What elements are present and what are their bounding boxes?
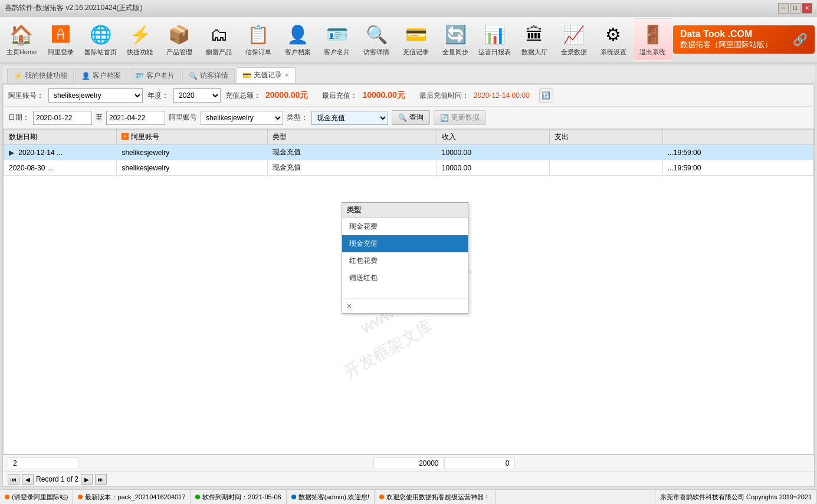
status-promo: 欢迎您使用数据拓客超级运营神器！ — [375, 490, 496, 504]
quick-tab-label: 我的快捷功能 — [25, 71, 67, 81]
year-select[interactable]: 2020 — [173, 88, 221, 103]
close-button[interactable]: ✕ — [802, 3, 812, 14]
dropdown-header: 类型 — [342, 203, 468, 218]
visit-tab-icon: 🔍 — [189, 72, 198, 80]
toolbar-window-product-label: 橱窗产品 — [206, 48, 232, 57]
search-bar: 日期： 至 阿里账号 shelikesjewelry 类型： 现金充值 🔍 查询 — [3, 106, 814, 129]
dropdown-item-cash-fee[interactable]: 现金花费 — [342, 218, 468, 235]
toolbar-ali-login-button[interactable]: 🅰 阿里登录 — [42, 18, 80, 61]
row2-income: 10000.00 — [437, 160, 549, 176]
toolbar-visit-detail-button[interactable]: 🔍 访客详情 — [357, 18, 396, 61]
type-select[interactable]: 现金充值 — [311, 111, 388, 125]
toolbar-visit-detail-label: 访客详情 — [363, 48, 389, 57]
toolbar-charge-record-button[interactable]: 💳 充值记录 — [397, 18, 435, 61]
search-button[interactable]: 🔍 查询 — [392, 110, 430, 125]
header-time — [662, 130, 813, 145]
dropdown-item-red-fee[interactable]: 红包花费 — [342, 252, 468, 269]
header-account: 🅰 阿里账号 — [117, 130, 267, 145]
total-count-cell: 2 — [8, 457, 78, 469]
tab-visit[interactable]: 🔍 访客详情 — [182, 68, 235, 83]
toolbar-data-hall-button[interactable]: 🏛 数据大厅 — [515, 18, 553, 61]
status-expire-icon — [195, 495, 200, 499]
dropdown-item-cash-charge[interactable]: 现金充值 — [342, 235, 468, 252]
toolbar-sys-settings-button[interactable]: ⚙ 系统设置 — [594, 18, 632, 61]
account-select[interactable]: shelikesjewelry — [48, 88, 143, 103]
dropdown-close-button[interactable]: × — [342, 298, 468, 313]
toolbar-exit-button[interactable]: 🚪 退出系统 — [634, 18, 672, 61]
toolbar-home-button[interactable]: 🏠 主页Home — [2, 18, 41, 61]
dropdown-item-red-gift[interactable]: 赠送红包 — [342, 269, 468, 286]
tab-quick[interactable]: ⚡ 我的快捷功能 — [7, 68, 74, 83]
account-label: 阿里账号： — [8, 91, 44, 101]
search-label: 查询 — [409, 113, 424, 123]
ali-logo-icon: 🅰 — [122, 133, 129, 141]
charge-table: 数据日期 🅰 阿里账号 类型 收入 支出 — [4, 129, 813, 176]
first-page-button[interactable]: ⏮ — [8, 474, 19, 485]
prev-page-button[interactable]: ◀ — [22, 474, 34, 485]
charge-tab-icon: 💳 — [242, 71, 251, 80]
row2-account: shelikesjewelry — [117, 160, 267, 176]
toolbar-customer-card-label: 客户名片 — [324, 48, 350, 57]
tab-customer[interactable]: 👤 客户档案 — [75, 68, 127, 83]
globe-icon: 🌐 — [88, 23, 112, 47]
date-to-input[interactable] — [106, 111, 165, 125]
toolbar-full-sync-button[interactable]: 🔄 全量同步 — [437, 18, 475, 61]
toolbar-daily-report-button[interactable]: 📊 运营日报表 — [476, 18, 514, 61]
brand-content: Data Took .COM 数据拓客（阿里国际站版） — [680, 29, 772, 50]
nav-bar: ⏮ ◀ Record 1 of 2 ▶ ⏭ — [3, 472, 814, 486]
status-login-text: (请登录阿里国际站) — [12, 493, 68, 502]
toolbar-credit-order-button[interactable]: 📋 信保订单 — [239, 18, 277, 61]
toolbar-quick-func-button[interactable]: ⚡ 快捷功能 — [121, 18, 159, 61]
title-bar: 喜鹊软件-数据拓客 v2.16.20210424(正式版) ─ □ ✕ — [0, 0, 817, 17]
date-from-input[interactable] — [33, 111, 92, 125]
last-page-button[interactable]: ⏭ — [95, 474, 107, 485]
status-version-text: 最新版本：pack_20210416204017 — [85, 493, 185, 502]
status-login[interactable]: (请登录阿里国际站) — [0, 490, 73, 504]
table-row[interactable]: 2020-08-30 ... shelikesjewelry 现金充值 1000… — [4, 160, 813, 176]
update-data-button[interactable]: 🔄 更新数据 — [434, 110, 486, 125]
toolbar-ali-login-label: 阿里登录 — [48, 48, 74, 57]
window-controls: ─ □ ✕ — [778, 3, 812, 14]
table-row[interactable]: ▶ 2020-12-14 ... shelikesjewelry 现金充值 10… — [4, 145, 813, 160]
full-data-icon: 📈 — [562, 23, 586, 47]
toolbar-customer-file-button[interactable]: 👤 客户档案 — [278, 18, 317, 61]
customer-tab-icon: 👤 — [81, 72, 90, 80]
type-label: 类型： — [287, 113, 308, 123]
minimize-button[interactable]: ─ — [778, 3, 789, 14]
brand-title: Data Took .COM — [680, 29, 772, 39]
row1-income: 10000.00 — [437, 145, 549, 160]
search-account-select[interactable]: shelikesjewelry — [201, 111, 283, 125]
toolbar-product-mgmt-button[interactable]: 📦 产品管理 — [160, 18, 199, 61]
header-date: 数据日期 — [4, 130, 117, 145]
toolbar-full-data-label: 全景数据 — [561, 48, 587, 57]
header-type: 类型 — [267, 130, 437, 145]
tab-card[interactable]: 🪪 客户名片 — [129, 68, 181, 83]
maximize-button[interactable]: □ — [790, 3, 800, 14]
toolbar-exit-label: 退出系统 — [639, 48, 665, 57]
bottom-data-bar: 2 20000 0 — [3, 454, 814, 472]
status-login-icon — [5, 495, 9, 499]
date-label: 日期： — [8, 113, 29, 123]
charge-tab-close[interactable]: ✕ — [284, 72, 289, 78]
data-hall-icon: 🏛 — [523, 23, 546, 47]
update-label: 更新数据 — [451, 113, 480, 123]
toolbar-full-data-button[interactable]: 📈 全景数据 — [554, 18, 593, 61]
customer-tab-label: 客户档案 — [93, 71, 121, 81]
tab-charge[interactable]: 💳 充值记录 ✕ — [236, 67, 296, 83]
customer-card-icon: 🪪 — [325, 23, 349, 47]
charge-record-icon: 💳 — [404, 23, 428, 47]
refresh-button[interactable]: 🔃 — [539, 88, 553, 103]
toolbar-window-product-button[interactable]: 🗂 橱窗产品 — [199, 18, 238, 61]
status-user: 数据拓客(admin),欢迎您! — [287, 490, 375, 504]
toolbar-customer-card-button[interactable]: 🪪 客户名片 — [318, 18, 356, 61]
total-charge-label: 充值总额： — [225, 91, 261, 101]
row2-expense — [550, 160, 662, 176]
update-icon: 🔄 — [440, 114, 449, 122]
status-user-icon — [291, 495, 296, 499]
last-charge-value: 10000.00元 — [362, 90, 405, 101]
toolbar-charge-record-label: 充值记录 — [403, 48, 429, 57]
row-expand-arrow[interactable]: ▶ — [9, 149, 14, 157]
brand-link-icon[interactable]: 🔗 — [793, 32, 808, 47]
toolbar-intl-home-button[interactable]: 🌐 国际站首页 — [81, 18, 120, 61]
next-page-button[interactable]: ▶ — [81, 474, 93, 485]
